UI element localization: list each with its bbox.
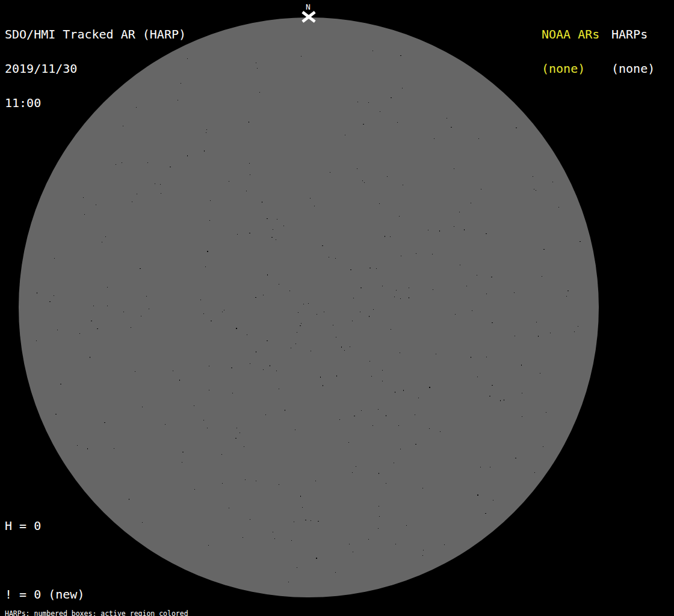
noaa-ars-value: (none): [542, 63, 599, 75]
title-block: SDO/HMI Tracked AR (HARP) 2019/11/30 11:…: [5, 6, 186, 132]
date-label: 2019/11/30: [5, 63, 186, 75]
north-pole-label: N: [300, 3, 316, 11]
harp-full-disk-map: SDO/HMI Tracked AR (HARP) 2019/11/30 11:…: [0, 0, 674, 616]
harps-block: HARPs (none): [611, 6, 655, 97]
time-label: 11:00: [5, 97, 186, 109]
page-title: SDO/HMI Tracked AR (HARP): [5, 29, 186, 40]
noaa-ars-block: NOAA ARs (none): [542, 6, 599, 97]
north-pole-cross-icon: [301, 11, 317, 23]
harp-count-line: H = 0: [5, 520, 143, 532]
noaa-ars-label: NOAA ARs: [542, 29, 599, 40]
footnote-harps: HARPs: numbered boxes; active region col…: [5, 610, 247, 616]
harps-label: HARPs: [611, 29, 655, 40]
footnote: HARPs: numbered boxes; active region col…: [5, 596, 247, 616]
harps-value: (none): [611, 63, 655, 75]
